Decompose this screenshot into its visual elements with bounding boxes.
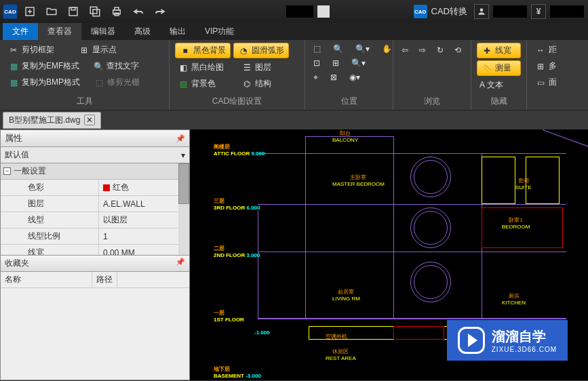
prop-row-ltscale[interactable]: 线型比例 1 (1, 228, 189, 245)
pos-btn-8[interactable]: ⌖ (311, 71, 321, 83)
save-button[interactable] (64, 2, 83, 21)
nav-refresh-button[interactable]: ↻ (434, 44, 446, 56)
structure-button[interactable]: ⌬结构 (239, 77, 274, 91)
bg-color-button[interactable]: ▨背景色 (175, 77, 218, 91)
pos-btn-5[interactable]: ⊡ (311, 57, 323, 69)
show-points-button[interactable]: ⊞显示点 (76, 43, 119, 57)
find-text-button[interactable]: 🔍查找文字 (90, 59, 142, 73)
currency-icon[interactable]: ¥ (531, 4, 546, 19)
room-bedroom1: 卧室1BEDROOM (502, 216, 530, 230)
nav-left-button[interactable]: ⇦ (399, 44, 411, 56)
layers-button[interactable]: ☰图层 (239, 60, 274, 75)
prop-row-layer[interactable]: 图层 A.EL.WALL (1, 196, 189, 212)
more-button[interactable]: ⊞多 (532, 59, 562, 73)
menu-file[interactable]: 文件 (3, 23, 38, 40)
zoom-in-button[interactable]: 🔍▾ (353, 43, 372, 55)
saveas-button[interactable] (85, 2, 104, 21)
room-suite: 套间SUITE (515, 177, 532, 190)
floor-2nd: 二层2ND FLOOR 3.000 (214, 245, 260, 258)
tabbar: B型别墅施工图.dwg ✕ (0, 111, 588, 129)
watermark-logo-icon (458, 327, 485, 354)
watermark: 溜溜自学 ZIXUE.3D66.COM (447, 320, 568, 361)
svg-rect-4 (71, 7, 75, 10)
menu-output[interactable]: 输出 (160, 23, 195, 40)
property-header: 属性 📌 (1, 130, 189, 147)
fav-col-path[interactable]: 路径 (92, 272, 117, 287)
red-swatch (103, 184, 110, 191)
svg-point-10 (480, 8, 484, 12)
pos-btn-10[interactable]: ◉▾ (347, 71, 363, 83)
room-kitchen: 厨房KITCHEN (502, 292, 526, 306)
ribbon-title-hide: 隐藏 (477, 94, 521, 108)
collapse-icon[interactable]: − (3, 167, 11, 175)
bw-draw-button[interactable]: ◧黑白绘图 (175, 60, 227, 75)
black-bg-button[interactable]: ■黑色背景 (175, 43, 231, 58)
file-tab-label: B型别墅施工图.dwg (9, 115, 80, 126)
linewidth-button[interactable]: ✚线宽 (477, 43, 521, 58)
close-tab-button[interactable]: ✕ (84, 115, 95, 125)
property-group-header[interactable]: − 一般设置 (1, 163, 189, 180)
ribbon-title-browse: 浏览 (399, 94, 465, 108)
distance-button[interactable]: ↔距 (532, 43, 562, 57)
pos-btn-2[interactable]: 🔍 (330, 43, 346, 55)
chevron-down-icon: ▾ (181, 151, 185, 160)
bw-icon: ◧ (178, 62, 189, 73)
floor-attic: 阁楼层ATTIC FLOOR 9.000 (214, 143, 264, 157)
property-panel: 属性 📌 默认值 ▾ − 一般设置 色彩 红色 图层 A.EL.WALL 线型 … (0, 129, 190, 380)
floor-3rd: 三层3RD FLOOR 6.000 (214, 197, 260, 211)
fav-col-name[interactable]: 名称 (1, 272, 92, 287)
svg-rect-5 (90, 7, 97, 14)
pos-btn-9[interactable]: ⊠ (328, 71, 340, 83)
ribbon-group-hide: ✚线宽 📏测量 A 文本 隐藏 (471, 40, 527, 110)
pos-btn-6[interactable]: ⊞ (330, 57, 342, 69)
pin-icon-fav[interactable]: 📌 (176, 258, 185, 269)
face-button[interactable]: ▭面 (532, 75, 562, 89)
menu-viewer[interactable]: 查看器 (38, 23, 81, 40)
prop-row-lineweight[interactable]: 线宽 0.00 MM (1, 245, 189, 255)
open-file-button[interactable] (42, 2, 61, 21)
print-button[interactable] (107, 2, 126, 21)
menu-vip[interactable]: VIP功能 (195, 23, 243, 40)
text-button[interactable]: A 文本 (477, 78, 521, 92)
redo-button[interactable] (151, 2, 170, 21)
smooth-arc-button[interactable]: ◔圆滑弧形 (233, 43, 289, 58)
copy-emf-button[interactable]: ▦复制为EMF格式 (5, 59, 82, 73)
menu-editor[interactable]: 编辑器 (81, 23, 125, 40)
nav-right-button[interactable]: ⇨ (416, 44, 429, 56)
distance-icon: ↔ (535, 45, 546, 56)
ribbon-group-position: ⬚ 🔍 🔍▾ ✋ ⊡ ⊞ 🔍▾ ⌖ ⊠ ◉▾ 位置 (305, 40, 393, 110)
trim-raster-button: ⬚修剪光栅 (91, 75, 142, 89)
pos-btn-1[interactable]: ⬚ (311, 43, 324, 55)
prop-row-linetype[interactable]: 线型 以图层 (1, 212, 189, 228)
svg-rect-3 (69, 7, 77, 16)
zoom-out-button[interactable]: 🔍▾ (349, 57, 368, 69)
nav-home-button[interactable]: ⟲ (452, 44, 464, 56)
user-icon[interactable] (474, 4, 489, 19)
cut-frame-button[interactable]: ✂剪切框架 (5, 43, 57, 57)
measure-button[interactable]: 📏测量 (477, 60, 521, 76)
scroll-thumb[interactable] (178, 163, 189, 204)
new-file-button[interactable] (20, 2, 39, 21)
copy-bmp-button[interactable]: ▦复制为BMP格式 (5, 75, 83, 89)
cursor-icon: ⬚ (94, 77, 104, 88)
layers-icon: ☰ (241, 62, 252, 73)
ribbon-title-cad: CAD绘图设置 (175, 94, 299, 108)
dots-icon: ⊞ (79, 45, 90, 56)
property-select[interactable]: 默认值 ▾ (1, 147, 189, 163)
pin-icon[interactable]: 📌 (176, 134, 185, 143)
measure-icon: 📏 (482, 63, 492, 74)
ribbon-group-extra: ↔距 ⊞多 ▭面 (527, 40, 568, 110)
more-icon: ⊞ (535, 61, 546, 72)
bmp-icon: ▦ (8, 77, 19, 88)
cad-convert-button[interactable]: CAD CAD转换 (414, 5, 467, 18)
arc-icon: ◔ (238, 45, 249, 56)
menu-advanced[interactable]: 高级 (125, 23, 160, 40)
floor-neg1: -1.000 (254, 329, 270, 336)
file-tab[interactable]: B型别墅施工图.dwg ✕ (3, 112, 101, 129)
prop-row-color[interactable]: 色彩 红色 (1, 180, 189, 196)
scrollbar-vertical[interactable] (178, 163, 189, 255)
pan-button[interactable]: ✋ (379, 43, 395, 55)
face-icon: ▭ (535, 77, 546, 88)
undo-button[interactable] (129, 2, 148, 21)
emf-icon: ▦ (8, 61, 19, 72)
